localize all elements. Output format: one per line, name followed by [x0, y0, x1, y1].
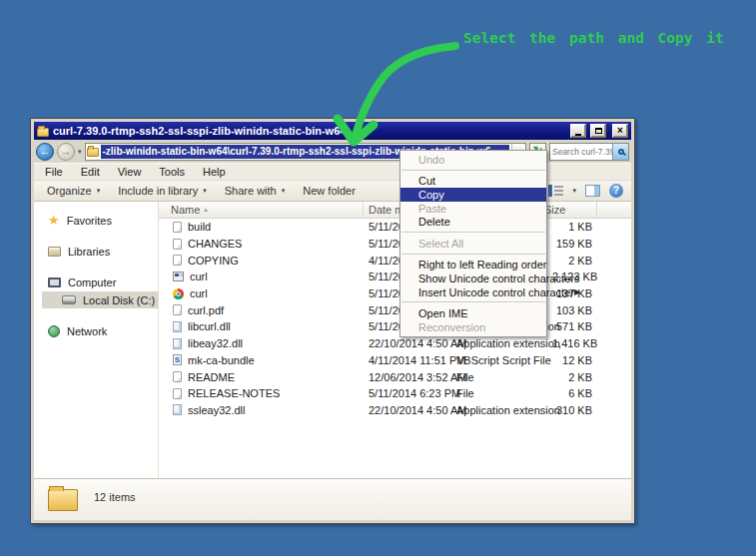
file-name: curl.pdf — [188, 304, 224, 316]
table-row[interactable]: RELEASE-NOTES5/11/2014 6:23 PMFile6 KB — [159, 385, 631, 402]
context-menu-item-select-all[interactable]: Select All — [400, 237, 546, 251]
context-menu-item-open-ime[interactable]: Open IME — [400, 306, 546, 320]
table-row[interactable]: README12/06/2014 3:52 AMFile2 KB — [159, 368, 631, 385]
menu-file[interactable]: File — [36, 166, 72, 178]
file-name-cell: Smk-ca-bundle — [159, 354, 364, 366]
search-input[interactable]: Search curl-7.39.0-rtmp-ssh2-ssl-sspi-..… — [549, 143, 629, 161]
table-row[interactable]: CHANGES5/11/201159 KB — [159, 236, 631, 253]
back-arrow-icon: ← — [40, 146, 51, 157]
file-size-cell: 6 KB — [547, 387, 597, 399]
file-icon — [173, 222, 182, 233]
context-menu: UndoCutCopyPasteDeleteSelect AllRight to… — [399, 150, 547, 337]
help-icon[interactable]: ? — [609, 184, 623, 198]
history-chevron-icon[interactable]: ▾ — [78, 148, 82, 156]
column-header-name[interactable]: Name▴ — [159, 202, 364, 218]
menu-item-label: Cut — [418, 175, 435, 187]
sidebar-item-local-disk-c[interactable]: Local Disk (C:) — [42, 291, 158, 308]
dll-icon — [173, 321, 182, 332]
file-name: libeay32.dll — [188, 337, 243, 349]
context-menu-item-undo[interactable]: Undo — [400, 153, 546, 167]
context-menu-item-insert-unicode-control-character[interactable]: Insert Unicode control character▶ — [400, 285, 546, 299]
toolbar-include-in-library[interactable]: Include in library▾ — [109, 185, 216, 197]
menu-item-label: Paste — [418, 203, 446, 215]
maximize-button[interactable] — [590, 124, 606, 138]
toolbar-share-with[interactable]: Share with▾ — [216, 185, 295, 197]
search-icon — [618, 149, 624, 155]
file-name: curl — [190, 287, 208, 299]
computer-icon — [48, 278, 61, 287]
search-placeholder: Search curl-7.39.0-rtmp-ssh2-ssl-sspi-..… — [550, 147, 612, 157]
file-name: libcurl.dll — [188, 320, 231, 332]
context-menu-item-delete[interactable]: Delete — [400, 215, 546, 229]
forward-button[interactable]: → — [57, 143, 75, 161]
column-header-label: Size — [547, 204, 565, 216]
sidebar-item-computer[interactable]: Computer — [42, 274, 158, 290]
vbs-icon: S — [173, 354, 182, 365]
menu-item-label: Undo — [418, 154, 444, 166]
context-menu-item-paste[interactable]: Paste — [400, 202, 546, 216]
file-name-cell: ssleay32.dll — [159, 404, 364, 416]
titlebar[interactable]: curl-7.39.0-rtmp-ssh2-ssl-sspi-zlib-wini… — [34, 122, 631, 140]
file-size-cell: 159 KB — [547, 238, 597, 250]
sort-ascending-icon: ▴ — [204, 206, 208, 214]
submenu-arrow-icon: ▶ — [574, 287, 580, 296]
menu-tools[interactable]: Tools — [150, 166, 194, 178]
file-name-cell: curl.pdf — [159, 304, 364, 316]
change-view-icon[interactable] — [548, 185, 563, 197]
column-header-size[interactable]: Size — [547, 202, 597, 218]
table-row[interactable]: libeay32.dll22/10/2014 4:50 AMApplicatio… — [159, 335, 631, 352]
file-icon — [173, 304, 182, 315]
column-headers: Name▴Date modifiedTypeSize — [159, 202, 631, 219]
toolbar-new-folder[interactable]: New folder — [294, 185, 365, 197]
menu-item-label: Select All — [418, 238, 463, 250]
file-type-cell: Application extension — [451, 337, 547, 349]
preview-pane-icon[interactable] — [585, 185, 600, 197]
menu-edit[interactable]: Edit — [72, 166, 109, 178]
file-name: ssleay32.dll — [188, 404, 245, 416]
chrome-icon — [173, 288, 184, 299]
minimize-button[interactable] — [570, 124, 586, 138]
sidebar-item-network[interactable]: Network — [42, 322, 158, 339]
context-menu-item-copy[interactable]: Copy — [400, 188, 546, 202]
file-date-cell: 22/10/2014 4:50 AM — [364, 404, 451, 416]
table-row[interactable]: libcurl.dll5/11/2014 9:05 PMApplication … — [159, 318, 631, 335]
file-size-cell: 12 KB — [547, 354, 597, 366]
file-date-cell: 5/11/2014 6:23 PM — [364, 387, 451, 399]
table-row[interactable]: COPYING4/11/2012 KB — [159, 252, 631, 269]
network-icon — [48, 325, 60, 337]
table-row[interactable]: curl.pdf5/11/201103 KB — [159, 301, 631, 318]
table-row[interactable]: Smk-ca-bundle4/11/2014 11:51 PMVBScript … — [159, 352, 631, 369]
libraries-icon — [48, 247, 61, 257]
toolbar-organize[interactable]: Organize▾ — [38, 185, 109, 197]
file-name: mk-ca-bundle — [188, 354, 255, 366]
file-list: Name▴Date modifiedTypeSize build5/11/201… — [158, 202, 631, 478]
table-row[interactable]: ssleay32.dll22/10/2014 4:50 AMApplicatio… — [159, 402, 631, 419]
file-icon — [173, 255, 182, 266]
context-menu-item-cut[interactable]: Cut — [400, 175, 546, 189]
navigation-pane: ★FavoritesLibrariesComputerLocal Disk (C… — [34, 202, 158, 478]
file-rows: build5/11/2011 KBCHANGES5/11/201159 KBCO… — [159, 219, 631, 478]
desktop: { "colors": { "background": "#3A6DA6", "… — [0, 0, 756, 556]
folder-icon — [48, 489, 78, 511]
menu-item-label: Delete — [418, 216, 450, 228]
menu-view[interactable]: View — [109, 166, 151, 178]
table-row[interactable]: build5/11/2011 KB — [159, 219, 631, 236]
context-menu-item-show-unicode-control-characters[interactable]: Show Unicode control characters — [400, 272, 546, 285]
views-chevron-icon[interactable]: ▾ — [572, 187, 576, 195]
file-name-cell: curl — [159, 287, 364, 299]
sidebar-item-favorites[interactable]: ★Favorites — [42, 212, 158, 229]
chevron-down-icon: ▾ — [282, 187, 286, 195]
file-name-cell: README — [159, 371, 364, 383]
annotation-text: Select the path and Copy it — [463, 30, 724, 46]
context-menu-item-reconversion[interactable]: Reconversion — [400, 320, 546, 334]
sidebar-item-libraries[interactable]: Libraries — [42, 243, 158, 260]
file-size-cell: 310 KB — [547, 404, 597, 416]
toolbar-button-label: New folder — [303, 185, 356, 197]
menu-help[interactable]: Help — [194, 166, 235, 178]
search-button[interactable] — [612, 144, 628, 160]
file-icon — [173, 239, 182, 250]
chevron-down-icon: ▾ — [97, 187, 101, 195]
back-button[interactable]: ← — [36, 143, 54, 161]
close-button[interactable]: × — [612, 124, 628, 138]
context-menu-item-right-to-left-reading-order[interactable]: Right to left Reading order — [400, 259, 546, 273]
